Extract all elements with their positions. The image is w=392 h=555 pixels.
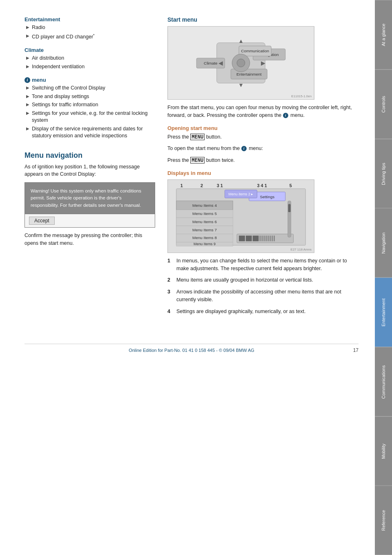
- menu-nav-body: As of ignition key position 1, the follo…: [24, 163, 155, 179]
- svg-rect-42: [259, 235, 261, 241]
- item-text-1: In menus, you can change fields to selec…: [176, 257, 359, 273]
- confirm-text: Confirm the message by pressing the cont…: [24, 232, 155, 247]
- triangle-icon: ▶: [26, 85, 29, 90]
- svg-rect-46: [267, 235, 269, 241]
- numbered-list: 1 In menus, you can change fields to sel…: [167, 257, 359, 316]
- imenu-tone-label: Tone and display settings: [32, 93, 89, 101]
- start-menu-diagram: Navigation Communication Entertainment C…: [168, 27, 314, 99]
- climate-item-air: ▶ Air distribution: [24, 55, 155, 62]
- item-num-4: 4: [167, 308, 173, 316]
- accept-button[interactable]: Accept: [29, 217, 55, 225]
- opening-line1: Press the MENU button.: [167, 133, 359, 141]
- item-text-2: Menu items are usually grouped in horizo…: [176, 276, 313, 284]
- entertainment-item-cd: ▶ CD player and CD changer*: [24, 33, 155, 41]
- imenu-item-vehicle: ▶ Settings for your vehicle, e.g. for th…: [24, 110, 155, 124]
- svg-rect-45: [265, 235, 267, 241]
- displays-diagram: 1 2 3 1 3 4 1 5 Settings Menu items 2 ▸: [168, 180, 314, 253]
- sidebar-tab-entertainment[interactable]: Entertainment: [375, 278, 392, 347]
- imenu-heading: i menu: [24, 77, 155, 83]
- triangle-icon: ▶: [26, 126, 29, 131]
- svg-text:◀: ◀: [218, 60, 223, 66]
- svg-text:▶: ▶: [261, 60, 265, 66]
- item-text-3: Arrows indicate the possibility of acces…: [176, 288, 359, 304]
- svg-text:Menu Items 4: Menu Items 4: [192, 203, 217, 208]
- svg-text:5: 5: [290, 183, 292, 188]
- svg-rect-47: [270, 235, 271, 241]
- triangle-icon: ▶: [26, 56, 29, 60]
- svg-rect-39: [239, 235, 245, 241]
- sidebar-tab-controls[interactable]: Controls: [375, 69, 392, 139]
- sidebar-tab-reference[interactable]: Reference: [375, 486, 392, 555]
- start-menu-heading: Start menu: [167, 16, 359, 23]
- footer-text: Online Edition for Part-No. 01 41 0 158 …: [129, 348, 254, 353]
- svg-text:▼: ▼: [238, 82, 244, 88]
- two-column-layout: Entertainment ▶ Radio ▶ CD player and CD…: [24, 16, 359, 319]
- svg-rect-49: [274, 235, 275, 241]
- warning-box-container: Warning! Use this system only when traff…: [24, 182, 155, 228]
- svg-text:Settings: Settings: [260, 194, 274, 199]
- opening-line3: Press the MENU button twice.: [167, 157, 359, 164]
- left-column: Entertainment ▶ Radio ▶ CD player and CD…: [24, 16, 155, 319]
- climate-item-ventilation: ▶ Independent ventilation: [24, 63, 155, 71]
- imenu-item-traffic: ▶ Settings for traffic information: [24, 101, 155, 109]
- i-icon: i: [24, 77, 30, 83]
- triangle-icon: ▶: [26, 25, 29, 29]
- triangle-icon: ▶: [26, 111, 29, 115]
- opening-start-menu-heading: Opening start menu: [167, 125, 359, 131]
- page-number: 17: [254, 347, 359, 353]
- sidebar-tab-mobility[interactable]: Mobility: [375, 416, 392, 486]
- menu-nav-heading: Menu navigation: [24, 151, 155, 160]
- item-num-1: 1: [167, 257, 173, 265]
- svg-rect-40: [246, 235, 252, 241]
- triangle-icon: ▶: [26, 102, 29, 107]
- svg-text:E11015-1.0en: E11015-1.0en: [291, 94, 312, 98]
- right-column: Start menu Navigation Communication: [167, 16, 359, 319]
- menu-key-2: MENU: [190, 157, 205, 163]
- svg-rect-43: [261, 235, 263, 241]
- svg-text:Menu items 2 ▸: Menu items 2 ▸: [229, 192, 254, 196]
- imenu-vehicle-label: Settings for your vehicle, e.g. for the …: [32, 110, 155, 124]
- item-num-3: 3: [167, 288, 173, 296]
- climate-air-label: Air distribution: [32, 55, 64, 62]
- svg-text:Climate: Climate: [204, 61, 218, 65]
- imenu-item-service: ▶ Display of the service requirements an…: [24, 125, 155, 140]
- svg-text:2: 2: [200, 183, 203, 188]
- svg-rect-38: [237, 234, 293, 243]
- menu-key-1: MENU: [190, 134, 205, 140]
- svg-text:3 4 1: 3 4 1: [257, 183, 267, 188]
- entertainment-cd-label: CD player and CD changer*: [32, 33, 95, 41]
- sidebar-tab-at-a-glance[interactable]: At a glance: [375, 0, 392, 69]
- i-icon-inline: i: [283, 113, 288, 118]
- svg-rect-53: [288, 204, 291, 212]
- entertainment-radio-label: Radio: [32, 24, 45, 31]
- climate-ventilation-label: Independent ventilation: [32, 63, 85, 71]
- sidebar-tab-driving-tips[interactable]: Driving tips: [375, 139, 392, 208]
- triangle-icon: ▶: [26, 34, 29, 38]
- numbered-item-3: 3 Arrows indicate the possibility of acc…: [167, 288, 359, 304]
- entertainment-heading: Entertainment: [24, 16, 155, 22]
- svg-text:Entertainment: Entertainment: [236, 72, 262, 76]
- displays-heading: Displays in menu: [167, 170, 359, 176]
- svg-text:3 1: 3 1: [217, 183, 223, 188]
- accept-container: Accept: [24, 214, 155, 228]
- svg-text:1: 1: [180, 183, 183, 188]
- imenu-item-tone: ▶ Tone and display settings: [24, 93, 155, 101]
- imenu-service-label: Display of the service requirements and …: [32, 125, 155, 140]
- svg-text:Communication: Communication: [241, 49, 269, 53]
- triangle-icon: ▶: [26, 64, 29, 69]
- warning-box: Warning! Use this system only when traff…: [24, 182, 155, 214]
- svg-text:▲: ▲: [238, 38, 244, 44]
- svg-rect-44: [263, 235, 265, 241]
- svg-point-11: [237, 59, 245, 67]
- climate-heading: Climate: [24, 47, 155, 53]
- footer: Online Edition for Part-No. 01 41 0 158 …: [24, 344, 359, 353]
- sidebar-tab-communications[interactable]: Communications: [375, 347, 392, 416]
- numbered-item-1: 1 In menus, you can change fields to sel…: [167, 257, 359, 273]
- displays-image: 1 2 3 1 3 4 1 5 Settings Menu items 2 ▸: [167, 179, 314, 253]
- sidebar-tab-navigation[interactable]: Navigation: [375, 208, 392, 278]
- main-content: Entertainment ▶ Radio ▶ CD player and CD…: [0, 0, 375, 555]
- svg-text:Menu Items 9: Menu Items 9: [194, 242, 216, 246]
- start-menu-desc: From the start menu, you can open four m…: [167, 104, 359, 119]
- item-num-2: 2: [167, 276, 173, 284]
- svg-text:Menu Items 5: Menu Items 5: [192, 211, 217, 216]
